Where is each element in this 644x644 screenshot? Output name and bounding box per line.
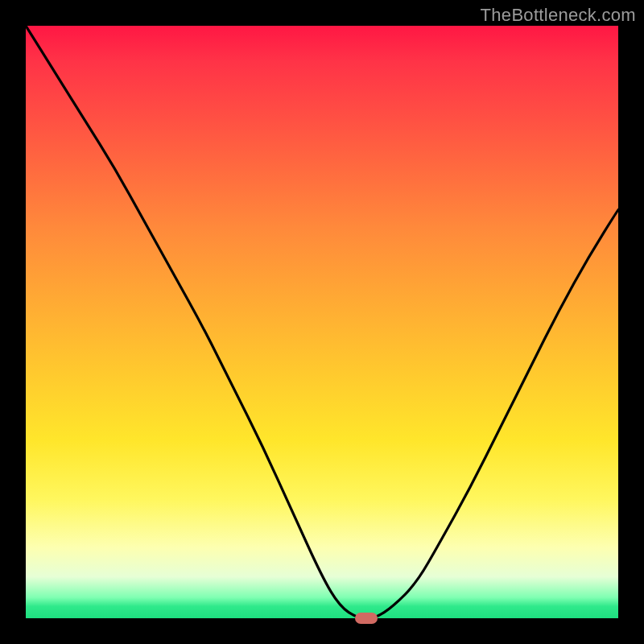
minimum-marker [355,613,378,624]
watermark-text: TheBottleneck.com [481,5,636,26]
curve-path [26,26,618,618]
bottleneck-curve [26,26,618,618]
chart-frame: TheBottleneck.com [0,0,644,644]
plot-area [26,26,618,618]
